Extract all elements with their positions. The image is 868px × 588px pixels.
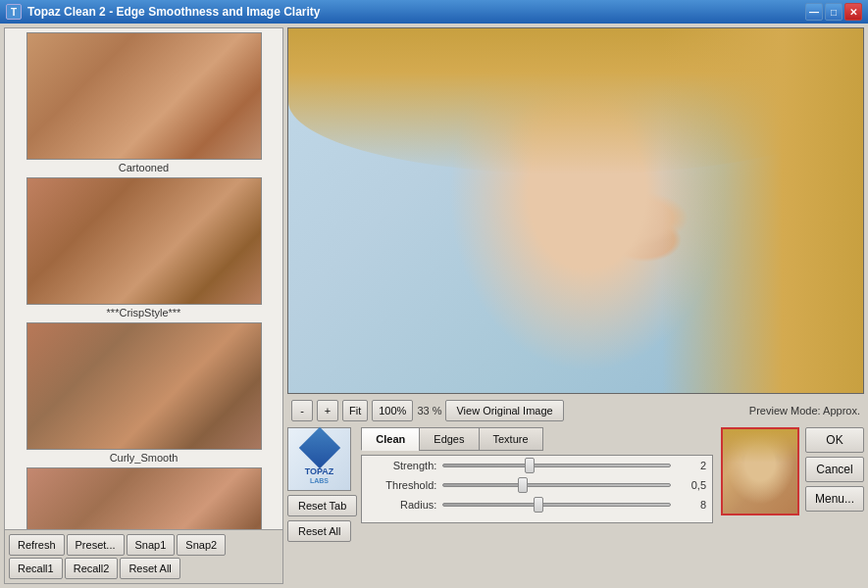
menu-button[interactable]: Menu... bbox=[805, 486, 864, 512]
recall1-button[interactable]: Recall1 bbox=[9, 558, 63, 579]
reset-tab-button[interactable]: Reset Tab bbox=[287, 495, 357, 516]
preset-thumbnail[interactable] bbox=[26, 177, 262, 305]
thumb-hair bbox=[723, 429, 797, 463]
refresh-button[interactable]: Refresh bbox=[9, 534, 65, 556]
preset-label: Cartooned bbox=[119, 162, 169, 173]
topaz-logo-inner: TOPAZ LABS bbox=[305, 433, 334, 485]
image-thumbnail[interactable] bbox=[721, 427, 799, 515]
zoom-percent-button[interactable]: 100% bbox=[372, 400, 413, 421]
zoom-in-button[interactable]: + bbox=[317, 400, 338, 421]
threshold-slider-row: Threshold: 0,5 bbox=[368, 479, 706, 491]
right-buttons-section: OK Cancel Menu... bbox=[717, 427, 864, 515]
threshold-slider[interactable] bbox=[442, 483, 671, 487]
strength-slider-row: Strength: 2 bbox=[368, 460, 706, 471]
list-item[interactable]: Cartooned bbox=[26, 32, 262, 173]
close-button[interactable]: ✕ bbox=[844, 3, 862, 21]
presets-panel: Cartooned ***CrispStyle*** Curly_Smooth … bbox=[4, 27, 283, 584]
tabs-and-controls: Clean Edges Texture Strength: 2 bbox=[361, 427, 713, 523]
fit-button[interactable]: Fit bbox=[342, 400, 368, 421]
threshold-thumb[interactable] bbox=[518, 477, 528, 493]
preview-area[interactable] bbox=[287, 27, 864, 394]
sliders-area: Strength: 2 Threshold: 0,5 bbox=[361, 455, 713, 523]
preset-label: ***CrispStyle*** bbox=[107, 307, 181, 318]
right-area: - + Fit 100% 33 % View Original Image Pr… bbox=[287, 27, 864, 584]
hair-right bbox=[662, 28, 863, 393]
preview-image bbox=[288, 28, 863, 393]
zoom-value-label: 33 % bbox=[417, 405, 441, 416]
title-bar-controls: — □ ✕ bbox=[805, 3, 862, 21]
preset-thumbnail[interactable] bbox=[26, 32, 262, 160]
list-item[interactable] bbox=[26, 467, 262, 529]
strength-thumb[interactable] bbox=[525, 458, 535, 473]
topaz-logo: TOPAZ LABS bbox=[287, 427, 351, 491]
preset-label: Curly_Smooth bbox=[110, 452, 179, 464]
preview-mode-label: Preview Mode: Approx. bbox=[749, 405, 860, 416]
title-bar-left: T Topaz Clean 2 - Edge Smoothness and Im… bbox=[6, 4, 321, 20]
controls-panel: TOPAZ LABS Reset Tab Reset All Clean Edg… bbox=[287, 427, 864, 584]
threshold-label: Threshold: bbox=[368, 479, 436, 491]
threshold-value: 0,5 bbox=[677, 479, 706, 491]
eye-right bbox=[622, 130, 661, 148]
minimize-button[interactable]: — bbox=[805, 3, 823, 21]
tab-clean[interactable]: Clean bbox=[361, 427, 419, 451]
cancel-button[interactable]: Cancel bbox=[805, 457, 864, 482]
strength-value: 2 bbox=[677, 460, 706, 471]
ok-button[interactable]: OK bbox=[805, 427, 864, 453]
radius-value: 8 bbox=[677, 499, 706, 511]
maximize-button[interactable]: □ bbox=[825, 3, 842, 21]
action-buttons: OK Cancel Menu... bbox=[805, 427, 864, 512]
list-item[interactable]: Curly_Smooth bbox=[26, 322, 262, 464]
strength-label: Strength: bbox=[368, 460, 436, 471]
tab-edges[interactable]: Edges bbox=[419, 427, 478, 451]
bottom-buttons-bar: Refresh Preset... Snap1 Snap2 Recall1 Re… bbox=[5, 529, 282, 583]
main-content: Cartooned ***CrispStyle*** Curly_Smooth … bbox=[0, 24, 868, 588]
topaz-logo-section: TOPAZ LABS Reset Tab Reset All bbox=[287, 427, 357, 542]
snap2-button[interactable]: Snap2 bbox=[177, 534, 226, 556]
zoom-out-button[interactable]: - bbox=[291, 400, 313, 421]
tab-texture[interactable]: Texture bbox=[479, 427, 543, 451]
preset-button[interactable]: Preset... bbox=[67, 534, 125, 556]
strength-slider[interactable] bbox=[442, 464, 671, 467]
topaz-sub: LABS bbox=[310, 477, 329, 485]
title-bar: T Topaz Clean 2 - Edge Smoothness and Im… bbox=[0, 0, 868, 24]
zoom-toolbar: - + Fit 100% 33 % View Original Image Pr… bbox=[287, 398, 864, 423]
radius-slider[interactable] bbox=[442, 503, 671, 507]
radius-thumb[interactable] bbox=[534, 497, 543, 513]
window-title: Topaz Clean 2 - Edge Smoothness and Imag… bbox=[27, 5, 321, 19]
topaz-diamond-icon bbox=[298, 427, 339, 468]
view-original-button[interactable]: View Original Image bbox=[445, 400, 563, 421]
controls-row: TOPAZ LABS Reset Tab Reset All Clean Edg… bbox=[287, 427, 864, 584]
preset-thumbnail[interactable] bbox=[26, 467, 262, 529]
recall2-button[interactable]: Recall2 bbox=[65, 558, 119, 579]
radius-label: Radius: bbox=[368, 499, 436, 511]
preset-thumbnail[interactable] bbox=[26, 322, 262, 450]
reset-all-button2[interactable]: Reset All bbox=[287, 520, 351, 542]
tab-bar: Clean Edges Texture bbox=[361, 427, 713, 451]
preset-list[interactable]: Cartooned ***CrispStyle*** Curly_Smooth bbox=[5, 28, 282, 529]
list-item[interactable]: ***CrispStyle*** bbox=[26, 177, 262, 318]
radius-slider-row: Radius: 8 bbox=[368, 499, 706, 511]
app-icon: T bbox=[6, 4, 22, 20]
reset-all-button[interactable]: Reset All bbox=[120, 558, 179, 579]
snap1-button[interactable]: Snap1 bbox=[127, 534, 176, 556]
